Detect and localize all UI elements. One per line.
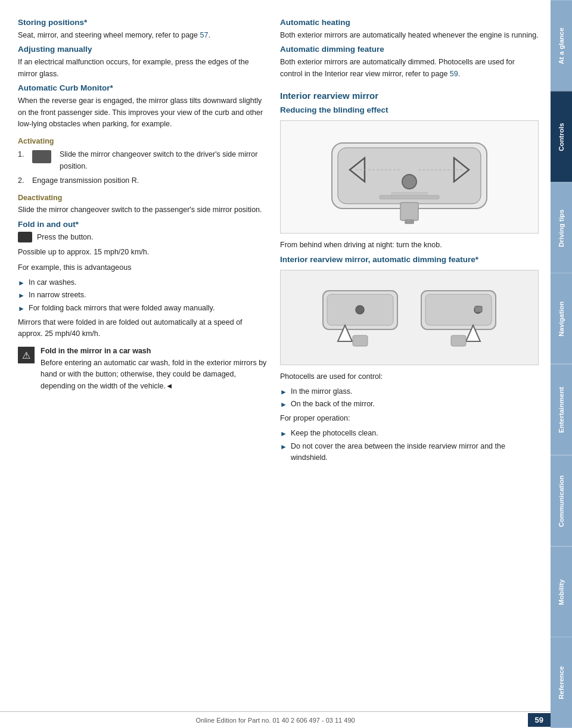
adjusting-manually-body: If an electrical malfunction occurs, for… [18, 57, 268, 80]
automatic-curb-body: When the reverse gear is engaged, the mi… [18, 95, 268, 130]
sidebar-tab-controls[interactable]: Controls [551, 91, 572, 182]
deactivating-section: Deactivating Slide the mirror changeover… [18, 194, 268, 216]
bullet-keep-clean: ► Keep the photocells clean. [280, 428, 539, 440]
fold-in-out-heading: Fold in and out* [18, 220, 268, 229]
svg-rect-10 [391, 192, 427, 195]
fold-in-out-section: Fold in and out* Press the button. Possi… [18, 220, 268, 392]
automatic-dimming-heading: Automatic dimming feature [280, 45, 539, 54]
mirror-svg [308, 125, 511, 229]
svg-rect-9 [380, 195, 439, 199]
sidebar-tab-label: Entertainment [558, 387, 565, 433]
interior-rearview-section: Interior rearview mirror [280, 91, 539, 101]
automatic-dimming-body: Both exterior mirrors are automatically … [280, 57, 539, 80]
step-2: 2. Engage transmission position R. [18, 175, 268, 186]
svg-rect-21 [475, 306, 482, 312]
svg-rect-2 [400, 203, 418, 220]
reducing-caption: From behind when driving at night: turn … [280, 239, 539, 251]
storing-positions-heading: Storing positions* [18, 18, 268, 27]
reducing-blinding-section: Reducing the blinding effect [280, 105, 539, 251]
storing-positions-body: Seat, mirror, and steering wheel memory,… [18, 30, 268, 41]
auto-dimming-feature-heading: Interior rearview mirror, automatic dimm… [280, 255, 539, 264]
svg-rect-15 [353, 335, 368, 346]
automatic-curb-section: Automatic Curb Monitor* When the reverse… [18, 83, 268, 130]
activating-heading: Activating [18, 137, 268, 145]
page-number: 59 [528, 713, 551, 727]
auto-dimming-illustration [280, 270, 539, 365]
sidebar-tab-navigation[interactable]: Navigation [551, 273, 572, 364]
bullet-arrow-icon: ► [280, 399, 287, 410]
sidebar-tab-label: Mobility [558, 579, 565, 605]
automatic-dimming-section: Automatic dimming feature Both exterior … [280, 45, 539, 80]
bullet-back-mirror: ► On the back of the mirror. [280, 399, 539, 410]
sidebar-tab-label: Communication [558, 475, 565, 527]
bullet-folding-back: ► For folding back mirrors that were fol… [18, 303, 268, 315]
sidebar-tab-label: Driving tips [558, 209, 565, 247]
deactivating-body: Slide the mirror changeover switch to th… [18, 204, 268, 216]
sidebar-tab-entertainment[interactable]: Entertainment [551, 364, 572, 455]
fold-para1: Possible up to approx. 15 mph/20 km/h. [18, 247, 268, 258]
sidebar-tab-driving-tips[interactable]: Driving tips [551, 182, 572, 273]
automatic-heating-heading: Automatic heating [280, 18, 539, 27]
bullet-arrow-icon: ► [280, 428, 287, 440]
auto-dim-bullets1: ► In the mirror glass. ► On the back of … [280, 386, 539, 410]
reducing-blinding-heading: Reducing the blinding effect [280, 105, 539, 114]
bullet-arrow-icon: ► [18, 278, 25, 289]
activating-steps: 1. Slide the mirror changeover switch to… [18, 149, 268, 186]
bullet-no-cover: ► Do not cover the area between the insi… [280, 441, 539, 464]
mirror-switch-icon [32, 150, 51, 163]
storing-positions-section: Storing positions* Seat, mirror, and ste… [18, 18, 268, 41]
auto-dim-bullets2: ► Keep the photocells clean. ► Do not co… [280, 428, 539, 463]
auto-dim-left-svg [314, 279, 406, 356]
adjusting-manually-section: Adjusting manually If an electrical malf… [18, 45, 268, 80]
warning-title: Fold in the mirror in a car wash [41, 347, 151, 355]
bullet-arrow-icon: ► [280, 387, 287, 398]
deactivating-heading: Deactivating [18, 194, 268, 202]
interior-rearview-heading: Interior rearview mirror [280, 91, 539, 101]
svg-rect-20 [451, 335, 466, 346]
warning-icon [18, 347, 35, 363]
step-1: 1. Slide the mirror changeover switch to… [18, 149, 268, 172]
sidebar-tab-label: At a glance [558, 27, 565, 64]
sidebar-tab-reference[interactable]: Reference [551, 637, 572, 728]
auto-dim-right-svg [412, 279, 505, 356]
svg-point-14 [356, 306, 364, 314]
right-column: Automatic heating Both exterior mirrors … [280, 18, 539, 704]
left-column: Storing positions* Seat, mirror, and ste… [18, 18, 268, 704]
svg-rect-3 [405, 219, 414, 224]
bullet-arrow-icon: ► [280, 441, 287, 453]
svg-point-6 [402, 175, 416, 189]
sidebar-tab-communication[interactable]: Communication [551, 455, 572, 546]
fold-press-body: Press the button. [37, 232, 94, 243]
warning-text: Fold in the mirror in a car wash Before … [41, 346, 268, 392]
auto-dim-para: For proper operation: [280, 413, 539, 424]
footer-text: Online Edition for Part no. 01 40 2 606 … [195, 717, 355, 724]
mirror-illustration [280, 120, 539, 234]
sidebar-tab-mobility[interactable]: Mobility [551, 546, 572, 637]
sidebar-tab-label: Controls [558, 123, 565, 151]
adjusting-manually-heading: Adjusting manually [18, 45, 268, 54]
bullet-narrow-streets: ► In narrow streets. [18, 290, 268, 301]
automatic-curb-heading: Automatic Curb Monitor* [18, 83, 268, 92]
fold-button-row: Press the button. [18, 232, 268, 243]
activating-section: Activating 1. Slide the mirror changeove… [18, 137, 268, 186]
fold-bullets: ► In car washes. ► In narrow streets. ► … [18, 277, 268, 315]
fold-para2: For example, this is advantageous [18, 262, 268, 273]
bullet-arrow-icon: ► [18, 290, 25, 301]
warning-body: Before entering an automatic car wash, f… [41, 359, 266, 390]
automatic-heating-body: Both exterior mirrors are automatically … [280, 30, 539, 41]
automatic-heating-section: Automatic heating Both exterior mirrors … [280, 18, 539, 41]
sidebar-tab-at-a-glance[interactable]: At a glance [551, 0, 572, 91]
bullet-arrow-icon: ► [18, 303, 25, 315]
sidebar-tab-label: Navigation [558, 301, 565, 337]
fold-para3: Mirrors that were folded in are folded o… [18, 317, 268, 340]
sidebar-tab-label: Reference [558, 666, 565, 699]
bullet-car-washes: ► In car washes. [18, 277, 268, 289]
auto-dim-intro: Photocells are used for control: [280, 371, 539, 382]
auto-dimming-feature-section: Interior rearview mirror, automatic dimm… [280, 255, 539, 464]
main-content: Storing positions* Seat, mirror, and ste… [0, 0, 551, 728]
fold-button-icon [18, 232, 32, 242]
warning-box: Fold in the mirror in a car wash Before … [18, 346, 268, 392]
sidebar: At a glance Controls Driving tips Naviga… [551, 0, 572, 728]
bullet-mirror-glass: ► In the mirror glass. [280, 386, 539, 398]
